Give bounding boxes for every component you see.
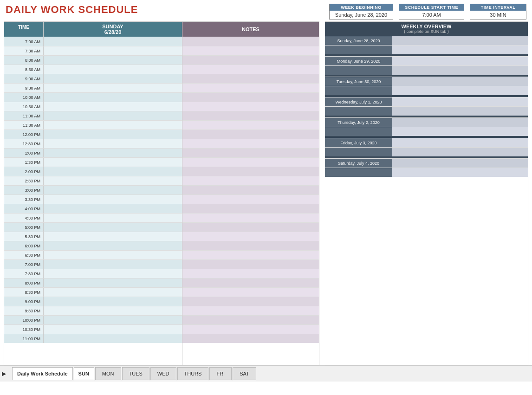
weekly-day-data-cell[interactable] <box>392 159 528 168</box>
sunday-cell[interactable] <box>44 158 182 167</box>
schedule-start-time-value[interactable]: 7:00 AM <box>399 11 464 19</box>
notes-row[interactable] <box>182 269 319 278</box>
week-beginning-value[interactable]: Sunday, June 28, 2020 <box>330 11 393 19</box>
sunday-cell[interactable] <box>44 204 182 213</box>
sunday-cell[interactable] <box>44 251 182 259</box>
schedule-row[interactable]: 8:30 AM <box>4 65 182 74</box>
sunday-cell[interactable] <box>44 195 182 204</box>
weekly-day-data-cell[interactable] <box>392 77 528 86</box>
sunday-cell[interactable] <box>44 316 182 324</box>
notes-row[interactable] <box>182 259 319 269</box>
schedule-row[interactable]: 8:00 AM <box>4 55 182 65</box>
weekly-day-data-cell-2[interactable] <box>392 66 528 75</box>
weekly-day-data-cell[interactable] <box>392 118 528 127</box>
tab-sun[interactable]: SUN <box>74 367 94 380</box>
weekly-day-data-cell[interactable] <box>392 138 528 147</box>
notes-row[interactable] <box>182 102 319 111</box>
weekly-day-data-cell-2[interactable] <box>392 148 528 156</box>
notes-row[interactable] <box>182 232 319 241</box>
sunday-cell[interactable] <box>44 214 182 222</box>
sunday-cell[interactable] <box>44 139 182 148</box>
schedule-row[interactable]: 10:00 PM <box>4 315 182 324</box>
tab-daily-work-schedule[interactable]: Daily Work Schedule <box>12 367 73 380</box>
notes-row[interactable] <box>182 204 319 213</box>
notes-row[interactable] <box>182 334 319 343</box>
tab-mon[interactable]: MON <box>95 367 121 380</box>
schedule-row[interactable]: 4:30 PM <box>4 213 182 222</box>
notes-row[interactable] <box>182 297 319 306</box>
schedule-row[interactable]: 2:00 PM <box>4 167 182 176</box>
tab-thurs[interactable]: THURS <box>177 367 209 380</box>
notes-row[interactable] <box>182 306 319 315</box>
weekly-day-data-cell-2[interactable] <box>392 107 528 116</box>
notes-row[interactable] <box>182 278 319 287</box>
notes-row[interactable] <box>182 287 319 297</box>
sunday-cell[interactable] <box>44 176 182 185</box>
tab-wed[interactable]: WED <box>150 367 176 380</box>
sunday-cell[interactable] <box>44 241 182 250</box>
notes-row[interactable] <box>182 46 319 55</box>
schedule-row[interactable]: 10:30 PM <box>4 324 182 334</box>
time-interval-value[interactable]: 30 MIN <box>470 11 526 19</box>
weekly-day-data-cell[interactable] <box>392 97 528 106</box>
weekly-day-data-cell-2[interactable] <box>392 127 528 136</box>
notes-row[interactable] <box>182 194 319 204</box>
schedule-row[interactable]: 1:00 PM <box>4 148 182 157</box>
sunday-cell[interactable] <box>44 84 182 92</box>
sunday-cell[interactable] <box>44 269 182 278</box>
sunday-cell[interactable] <box>44 93 182 102</box>
schedule-row[interactable]: 11:30 AM <box>4 120 182 130</box>
weekly-day-data-cell-2[interactable] <box>392 86 528 95</box>
notes-row[interactable] <box>182 74 319 83</box>
sunday-cell[interactable] <box>44 102 182 111</box>
sunday-cell[interactable] <box>44 46 182 55</box>
notes-row[interactable] <box>182 213 319 222</box>
schedule-row[interactable]: 3:00 PM <box>4 185 182 194</box>
weekly-day-data-cell[interactable] <box>392 57 528 65</box>
notes-row[interactable] <box>182 130 319 139</box>
sunday-cell[interactable] <box>44 111 182 120</box>
sunday-cell[interactable] <box>44 306 182 315</box>
notes-row[interactable] <box>182 65 319 74</box>
notes-row[interactable] <box>182 176 319 185</box>
sunday-cell[interactable] <box>44 232 182 241</box>
notes-row[interactable] <box>182 92 319 102</box>
weekly-day-data-cell[interactable] <box>392 36 528 45</box>
sunday-cell[interactable] <box>44 65 182 74</box>
schedule-row[interactable]: 5:30 PM <box>4 232 182 241</box>
schedule-row[interactable]: 6:00 PM <box>4 241 182 250</box>
schedule-row[interactable]: 1:30 PM <box>4 157 182 167</box>
sunday-cell[interactable] <box>44 278 182 287</box>
schedule-row[interactable]: 5:00 PM <box>4 222 182 232</box>
sunday-cell[interactable] <box>44 130 182 139</box>
schedule-row[interactable]: 7:00 AM <box>4 37 182 46</box>
schedule-row[interactable]: 12:30 PM <box>4 139 182 148</box>
schedule-row[interactable]: 11:00 AM <box>4 111 182 120</box>
sunday-cell[interactable] <box>44 325 182 334</box>
schedule-row[interactable]: 7:30 PM <box>4 269 182 278</box>
notes-row[interactable] <box>182 37 319 46</box>
schedule-row[interactable]: 11:00 PM <box>4 334 182 343</box>
notes-row[interactable] <box>182 324 319 334</box>
sunday-cell[interactable] <box>44 223 182 232</box>
notes-row[interactable] <box>182 167 319 176</box>
schedule-row[interactable]: 7:00 PM <box>4 259 182 269</box>
schedule-row[interactable]: 12:00 PM <box>4 130 182 139</box>
tab-sat[interactable]: SAT <box>233 367 256 380</box>
sunday-cell[interactable] <box>44 37 182 46</box>
sunday-cell[interactable] <box>44 167 182 176</box>
tab-tues[interactable]: TUES <box>122 367 149 380</box>
weekly-day-data-cell-2[interactable] <box>392 45 528 54</box>
sunday-cell[interactable] <box>44 56 182 65</box>
notes-row[interactable] <box>182 139 319 148</box>
sunday-cell[interactable] <box>44 121 182 130</box>
schedule-row[interactable]: 8:00 PM <box>4 278 182 287</box>
schedule-row[interactable]: 6:30 PM <box>4 250 182 259</box>
schedule-row[interactable]: 2:30 PM <box>4 176 182 185</box>
sunday-cell[interactable] <box>44 260 182 269</box>
weekly-day-data-cell-2[interactable] <box>392 168 528 177</box>
notes-row[interactable] <box>182 250 319 259</box>
notes-row[interactable] <box>182 222 319 232</box>
notes-row[interactable] <box>182 120 319 130</box>
schedule-row[interactable]: 9:30 PM <box>4 306 182 315</box>
